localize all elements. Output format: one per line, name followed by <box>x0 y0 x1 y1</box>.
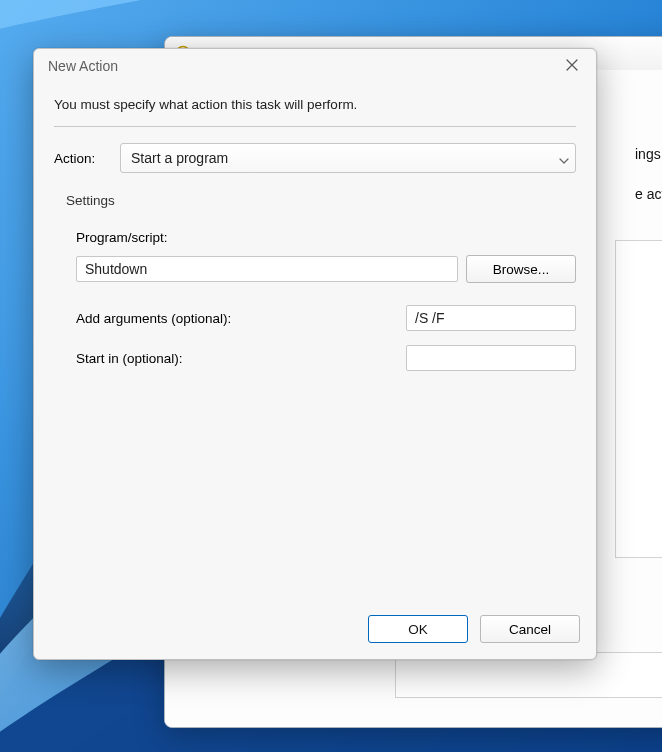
action-label: Action: <box>54 151 108 166</box>
chevron-down-icon <box>559 153 569 163</box>
startin-input[interactable] <box>406 345 576 371</box>
action-combobox[interactable]: Start a program <box>120 143 576 173</box>
new-action-dialog: New Action You must specify what action … <box>33 48 597 660</box>
dialog-intro-text: You must specify what action this task w… <box>54 97 576 112</box>
close-button[interactable] <box>558 52 586 80</box>
dialog-title: New Action <box>48 58 118 74</box>
ok-button[interactable]: OK <box>368 615 468 643</box>
separator <box>54 126 576 127</box>
bg-fragment-ings: ings <box>635 146 661 162</box>
bg-inner-panel <box>615 240 662 558</box>
browse-button[interactable]: Browse... <box>466 255 576 283</box>
action-selected-value: Start a program <box>131 150 228 166</box>
program-label: Program/script: <box>76 230 576 245</box>
dialog-titlebar[interactable]: New Action <box>34 49 596 83</box>
startin-label: Start in (optional): <box>76 351 183 366</box>
arguments-input[interactable] <box>406 305 576 331</box>
bg-fragment-action: e action th <box>635 186 662 202</box>
close-icon <box>566 58 578 74</box>
cancel-button[interactable]: Cancel <box>480 615 580 643</box>
program-input[interactable] <box>76 256 458 282</box>
arguments-label: Add arguments (optional): <box>76 311 231 326</box>
settings-heading: Settings <box>66 193 576 208</box>
